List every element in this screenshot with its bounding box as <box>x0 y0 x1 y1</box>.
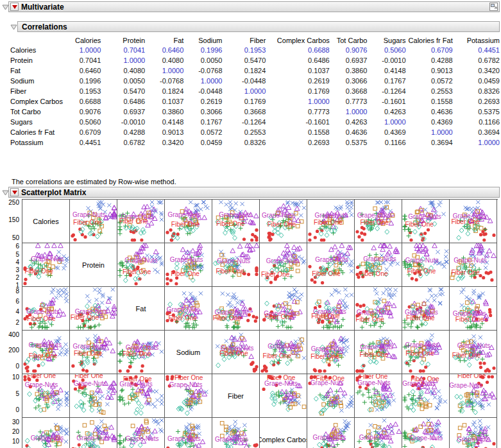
scatter-cell[interactable]: Grape-NutsFiber One <box>165 200 212 243</box>
scatter-cell[interactable]: Grape-NutsFiber One <box>165 243 212 287</box>
diagonal-cell-protein[interactable]: Protein <box>70 243 117 287</box>
scatter-plot-canvas[interactable]: Grape-NutsFiber One <box>450 287 497 330</box>
scatter-plot-canvas[interactable]: Grape-NutsFiber One <box>450 243 497 286</box>
scatter-cell[interactable]: Grape-NutsFiber One <box>70 331 117 374</box>
scatter-plot-canvas[interactable]: Grape-NutsFiber One <box>402 243 449 286</box>
scatter-cell[interactable]: Grape-NutsFiber One <box>450 374 497 418</box>
scatter-plot-canvas[interactable]: Grape-NutsFiber One <box>70 200 117 243</box>
scatter-cell[interactable]: Grape-NutsFiber One <box>450 287 497 331</box>
scatter-plot-canvas[interactable]: Grape-NutsFiber One <box>450 200 497 243</box>
scatter-cell[interactable]: Grape-NutsFiber One <box>307 331 355 374</box>
scatter-cell[interactable]: Grape-NutsFiber One <box>212 243 260 287</box>
scatter-cell[interactable]: Grape-NutsFiber One <box>260 200 307 243</box>
scatter-plot-canvas[interactable]: Grape-NutsFiber One <box>22 374 69 417</box>
scatter-plot-canvas[interactable]: Grape-NutsFiber One <box>117 374 164 417</box>
scatter-cell[interactable]: Grape-NutsFiber One <box>355 331 402 374</box>
scatter-cell[interactable]: Grape-NutsFiber One <box>117 374 165 418</box>
scatter-plot-canvas[interactable]: Grape-NutsFiber One <box>260 331 307 374</box>
scatter-plot-canvas[interactable]: Grape-NutsFiber One <box>70 287 117 330</box>
scatter-cell[interactable]: Grape-NutsFiber One <box>450 418 497 448</box>
scatter-plot-canvas[interactable]: Grape-NutsFiber One <box>307 287 354 330</box>
scatter-plot-canvas[interactable]: Grape-NutsFiber One <box>165 200 212 243</box>
scatter-plot-canvas[interactable]: Grape-NutsFiber One <box>22 331 69 374</box>
scatter-plot-canvas[interactable]: Grape-NutsFiber One <box>117 418 164 448</box>
scatter-cell[interactable]: Grape-NutsFiber One <box>402 200 450 243</box>
scatter-cell[interactable]: Grape-NutsFiber One <box>117 200 165 243</box>
scatter-plot-canvas[interactable]: Grape-NutsFiber One <box>117 200 164 243</box>
diagonal-cell-fat[interactable]: Fat <box>117 287 165 331</box>
scatter-plot-canvas[interactable]: Grape-NutsFiber One <box>70 374 117 417</box>
scatter-cell[interactable]: Grape-NutsFiber One <box>307 418 355 448</box>
scatter-cell[interactable]: Grape-NutsFiber One <box>212 331 260 374</box>
scatter-plot-canvas[interactable]: Grape-NutsFiber One <box>212 200 259 243</box>
scatter-cell[interactable]: Grape-NutsFiber One <box>212 200 260 243</box>
scatter-plot-canvas[interactable]: Grape-NutsFiber One <box>165 418 212 448</box>
scatter-plot-canvas[interactable]: Grape-NutsFiber One <box>450 374 497 417</box>
scatter-plot-canvas[interactable]: Grape-NutsFiber One <box>450 418 497 448</box>
scatter-plot-canvas[interactable]: Grape-NutsFiber One <box>22 287 69 330</box>
disclosure-triangle-correlations[interactable] <box>10 24 17 31</box>
scatter-cell[interactable]: Grape-NutsFiber One <box>165 418 212 448</box>
scatter-cell[interactable]: Grape-NutsFiber One <box>260 287 307 331</box>
scatter-plot-canvas[interactable]: Grape-NutsFiber One <box>402 287 449 330</box>
scatter-cell[interactable]: Grape-NutsFiber One <box>165 287 212 331</box>
scatter-cell[interactable]: Grape-NutsFiber One <box>22 331 70 374</box>
scatter-plot-canvas[interactable]: Grape-NutsFiber One <box>212 418 259 448</box>
scatter-cell[interactable]: Grape-NutsFiber One <box>402 418 450 448</box>
scatter-plot-canvas[interactable]: Grape-NutsFiber One <box>307 374 354 417</box>
dock-window-icon[interactable] <box>489 3 498 11</box>
scatter-plot-canvas[interactable]: Grape-NutsFiber One <box>402 418 449 448</box>
diagonal-cell-complex-carbos[interactable]: Complex Carbos <box>260 418 307 448</box>
scatter-cell[interactable]: Grape-NutsFiber One <box>355 243 402 287</box>
scatter-plot-canvas[interactable]: Grape-NutsFiber One <box>402 374 449 417</box>
scatter-plot-canvas[interactable]: Grape-NutsFiber One <box>22 243 69 286</box>
scatter-plot-canvas[interactable]: Grape-NutsFiber One <box>165 374 212 417</box>
scatter-plot-canvas[interactable]: Grape-NutsFiber One <box>117 331 164 374</box>
scatter-plot-canvas[interactable]: Grape-NutsFiber One <box>307 331 354 374</box>
scatter-plot-canvas[interactable]: Grape-NutsFiber One <box>165 287 212 330</box>
scatter-plot-canvas[interactable]: Grape-NutsFiber One <box>70 331 117 374</box>
multivariate-menu-button[interactable] <box>10 3 19 11</box>
scatter-cell[interactable]: Grape-NutsFiber One <box>117 331 165 374</box>
scatter-plot-canvas[interactable]: Grape-NutsFiber One <box>260 200 307 243</box>
scatter-cell[interactable]: Grape-NutsFiber One <box>260 331 307 374</box>
scatter-cell[interactable]: Grape-NutsFiber One <box>22 243 70 287</box>
scatter-cell[interactable]: Grape-NutsFiber One <box>117 418 165 448</box>
scatter-cell[interactable]: Grape-NutsFiber One <box>22 418 70 448</box>
scatter-cell[interactable]: Grape-NutsFiber One <box>70 418 117 448</box>
scatter-cell[interactable]: Grape-NutsFiber One <box>355 418 402 448</box>
scatter-cell[interactable]: Grape-NutsFiber One <box>307 374 355 418</box>
scatter-plot-canvas[interactable]: Grape-NutsFiber One <box>212 243 259 286</box>
scatter-plot-canvas[interactable]: Grape-NutsFiber One <box>355 374 402 417</box>
scatter-cell[interactable]: Grape-NutsFiber One <box>450 331 497 374</box>
scatter-plot-canvas[interactable]: Grape-NutsFiber One <box>402 331 449 374</box>
diagonal-cell-calories[interactable]: Calories <box>22 200 70 243</box>
scatter-plot-canvas[interactable]: Grape-NutsFiber One <box>260 243 307 286</box>
scatter-cell[interactable]: Grape-NutsFiber One <box>355 374 402 418</box>
scatter-plot-canvas[interactable]: Grape-NutsFiber One <box>355 287 402 330</box>
scatter-cell[interactable]: Grape-NutsFiber One <box>355 287 402 331</box>
diagonal-cell-fiber[interactable]: Fiber <box>212 374 260 418</box>
scatter-cell[interactable]: Grape-NutsFiber One <box>307 243 355 287</box>
scatter-plot-canvas[interactable]: Grape-NutsFiber One <box>117 243 164 286</box>
scatter-cell[interactable]: Grape-NutsFiber One <box>117 243 165 287</box>
scatter-cell[interactable]: Grape-NutsFiber One <box>402 331 450 374</box>
scatter-cell[interactable]: Grape-NutsFiber One <box>212 418 260 448</box>
scatter-cell[interactable]: Grape-NutsFiber One <box>70 374 117 418</box>
scatter-plot-canvas[interactable]: Grape-NutsFiber One <box>260 287 307 330</box>
scatter-plot-canvas[interactable]: Grape-NutsFiber One <box>212 287 259 330</box>
scatter-plot-canvas[interactable]: Grape-NutsFiber One <box>355 200 402 243</box>
scatter-plot-canvas[interactable]: Grape-NutsFiber One <box>402 200 449 243</box>
scatter-plot-canvas[interactable]: Grape-NutsFiber One <box>70 418 117 448</box>
scatter-cell[interactable]: Grape-NutsFiber One <box>260 243 307 287</box>
diagonal-cell-sodium[interactable]: Sodium <box>165 331 212 374</box>
scatter-plot-canvas[interactable]: Grape-NutsFiber One <box>307 418 354 448</box>
scatter-cell[interactable]: Grape-NutsFiber One <box>402 287 450 331</box>
scatter-cell[interactable]: Grape-NutsFiber One <box>307 287 355 331</box>
scatter-cell[interactable]: Grape-NutsFiber One <box>450 200 497 243</box>
scatter-plot-canvas[interactable]: Grape-NutsFiber One <box>307 243 354 286</box>
scatter-plot-canvas[interactable]: Grape-NutsFiber One <box>212 331 259 374</box>
scatter-plot-canvas[interactable]: Grape-NutsFiber One <box>355 243 402 286</box>
scatter-cell[interactable]: Grape-NutsFiber One <box>70 200 117 243</box>
scatter-cell[interactable]: Grape-NutsFiber One <box>355 200 402 243</box>
